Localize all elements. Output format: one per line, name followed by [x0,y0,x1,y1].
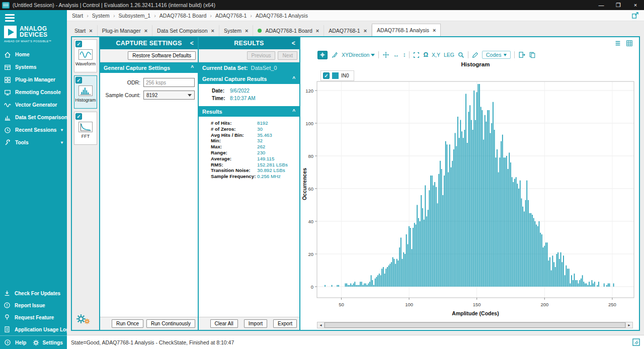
logo-line2: DEVICES [20,32,47,38]
svg-text:60: 60 [308,186,313,192]
histogram-plot[interactable]: 02040608010012050100150200250Occurrences… [300,76,639,321]
pointer-tool-button[interactable] [317,51,328,59]
xy-axes-button[interactable]: X,Y [432,52,440,58]
breadcrumb-item-adaq7768-1-board[interactable]: ADAQ7768-1 Board [159,13,206,19]
tab-close-icon[interactable]: × [245,28,248,34]
previous-button[interactable]: Previous [247,51,276,60]
restore-defaults-button[interactable]: Restore Software Defaults [128,51,196,60]
general-capture-results-section[interactable]: General Capture Results ^ [199,73,299,84]
sidebar-item-systems[interactable]: Systems [0,61,67,73]
breadcrumb-item-adaq7768-1[interactable]: ADAQ7768-1 [215,13,247,19]
chevron-up-icon: ^ [292,109,295,114]
tool-card-histogram[interactable]: ✓Histogram [74,75,97,109]
result-stat-row: Sample Frequency:0.256 MHz [211,173,297,180]
tab-plug-in-manager[interactable]: Plug-in Manager× [98,25,152,36]
sidebar-item-vector-generator[interactable]: Vector Generator [0,99,67,111]
brush-icon[interactable] [331,51,338,58]
plugin-icon [4,76,12,83]
settings-gears[interactable] [76,314,95,327]
sidebar-item-recent-sessions[interactable]: Recent Sessions▾ [0,124,67,136]
sidebar-item-check-for-updates[interactable]: Check For Updates [0,287,67,299]
chart-list-icon[interactable] [614,40,621,48]
sidebar-item-plug-in-manager[interactable]: Plug-in Manager [0,73,67,86]
horizontal-scrollbar[interactable]: ◄ ► [317,322,633,328]
collapse-left-icon[interactable]: < [190,40,194,47]
vertical-zoom-icon[interactable]: ↕ [403,52,406,58]
scroll-left-icon[interactable]: ◄ [317,322,325,328]
breadcrumb-item-start[interactable]: Start [72,13,83,19]
breadcrumb-item-adaq7768-1-analysis[interactable]: ADAQ7768-1 Analysis [256,13,308,19]
result-stat-row: Min:32 [211,138,297,144]
tab-adaq7768-1[interactable]: ADAQ7768-1× [324,25,372,36]
odr-input[interactable] [143,78,195,87]
histogram-icon [78,85,93,96]
close-icon[interactable]: × [627,0,644,10]
export-button[interactable]: Export [273,319,297,328]
general-capture-results-block: Date:9/6/2022 Time:8:10:37 AM [199,84,299,106]
pencil-icon[interactable] [472,52,478,58]
popout-icon[interactable] [631,12,639,19]
tab-label: Data Set Comparison [157,28,207,34]
tab-close-icon[interactable]: × [211,28,214,34]
xydirection-dropdown[interactable]: XYDirection [342,52,375,58]
tab-close-icon[interactable]: × [433,27,436,33]
general-capture-settings-section[interactable]: General Capture Settings ^ [100,62,198,73]
sidebar-item-remoting-console[interactable]: Remoting Console [0,86,67,99]
sidebar-item-data-set-comparison[interactable]: Data Set Comparison [0,111,67,124]
tab-close-icon[interactable]: × [144,28,147,34]
results-section[interactable]: Results ^ [199,106,299,117]
sidebar-item-label: Plug-in Manager [15,77,55,82]
tab-data-set-comparison[interactable]: Data Set Comparison× [152,25,219,36]
sidebar-item-help[interactable]: Help [15,340,26,345]
import-button[interactable]: Import [244,319,267,328]
tab-close-icon[interactable]: × [364,28,367,34]
resize-grip-icon[interactable] [632,338,640,346]
sidebar-item-application-usage-logging[interactable]: Application Usage Logging [0,323,67,335]
tool-card-fft[interactable]: ✓FFT [74,112,97,145]
tab-system[interactable]: System× [219,25,253,36]
checkbox-checked-icon[interactable]: ✓ [75,113,82,120]
checkbox-checked-icon[interactable]: ✓ [75,77,82,83]
checkbox-checked-icon[interactable]: ✓ [75,41,82,47]
sidebar-item-report-issue[interactable]: Report Issue [0,299,67,311]
sidebar-item-tools[interactable]: Tools▾ [0,136,67,149]
maximize-icon[interactable]: ❐ [610,0,627,10]
tab-adaq7768-1-board[interactable]: ADAQ7768-1 Board× [253,25,324,36]
result-stat-value: 32 [257,138,297,144]
run-once-button[interactable]: Run Once [112,319,143,328]
sidebar-item-home[interactable]: Home [0,48,67,61]
run-continuously-button[interactable]: Run Continuously [146,319,195,328]
codes-dropdown[interactable]: Codes [482,51,511,59]
copy-icon[interactable] [529,51,536,58]
zoom-extents-icon[interactable]: Ω [423,52,428,58]
hamburger-menu-icon[interactable] [0,10,67,24]
tab-close-icon[interactable]: × [316,28,319,34]
clear-all-button[interactable]: Clear All [210,319,238,328]
legend-toggle-button[interactable]: LEG [444,52,454,58]
scrollbar-thumb[interactable] [325,322,625,328]
scroll-right-icon[interactable]: ► [625,322,632,328]
tool-card-waveform[interactable]: ✓Waveform [74,39,97,72]
collapse-left-icon[interactable]: < [292,40,295,47]
horizontal-zoom-icon[interactable]: ↔ [393,52,399,58]
sidebar-item-settings[interactable]: Settings [33,339,63,346]
breadcrumb-item-subsystem-1[interactable]: Subsystem_1 [119,13,151,19]
minimize-icon[interactable]: — [593,0,610,10]
svg-text:200: 200 [540,302,548,307]
tab-close-icon[interactable]: × [89,28,92,34]
current-data-set-value: DataSet_0 [251,65,277,71]
magnifier-icon[interactable] [458,52,464,58]
sidebar-item-request-feature[interactable]: Request Feature [0,311,67,323]
expand-icon[interactable] [413,52,420,58]
breadcrumb-item-system[interactable]: System [92,13,110,19]
chart-grid-icon[interactable] [626,40,633,48]
sidebar-item-label: Application Usage Logging [15,327,67,332]
result-stat-row: Average:149.115 [211,156,297,162]
export-image-icon[interactable] [518,51,525,58]
next-button[interactable]: Next [278,51,297,60]
pan-icon[interactable] [382,51,389,58]
tab-start[interactable]: Start× [70,25,98,36]
sample-count-select[interactable]: 8192 [143,91,195,100]
chevron-down-icon [504,54,507,56]
tab-adaq7768-1-analysis[interactable]: ADAQ7768-1 Analysis× [372,24,441,36]
